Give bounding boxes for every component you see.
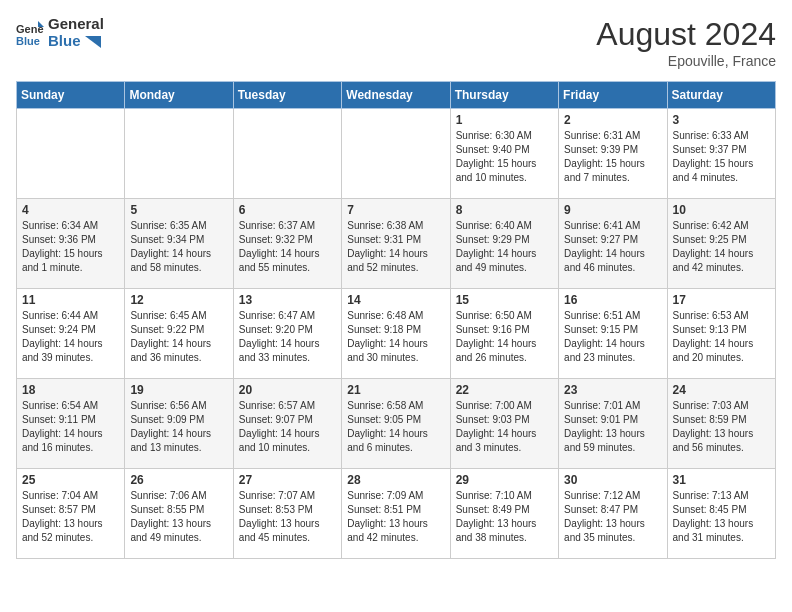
header-wednesday: Wednesday bbox=[342, 82, 450, 109]
day-cell: 2Sunrise: 6:31 AM Sunset: 9:39 PM Daylig… bbox=[559, 109, 667, 199]
header-friday: Friday bbox=[559, 82, 667, 109]
day-cell: 16Sunrise: 6:51 AM Sunset: 9:15 PM Dayli… bbox=[559, 289, 667, 379]
day-cell: 7Sunrise: 6:38 AM Sunset: 9:31 PM Daylig… bbox=[342, 199, 450, 289]
day-cell: 1Sunrise: 6:30 AM Sunset: 9:40 PM Daylig… bbox=[450, 109, 558, 199]
day-number: 8 bbox=[456, 203, 553, 217]
title-block: August 2024 Epouville, France bbox=[596, 16, 776, 69]
week-row-3: 18Sunrise: 6:54 AM Sunset: 9:11 PM Dayli… bbox=[17, 379, 776, 469]
day-number: 11 bbox=[22, 293, 119, 307]
day-number: 28 bbox=[347, 473, 444, 487]
day-number: 24 bbox=[673, 383, 770, 397]
day-cell: 21Sunrise: 6:58 AM Sunset: 9:05 PM Dayli… bbox=[342, 379, 450, 469]
day-cell: 5Sunrise: 6:35 AM Sunset: 9:34 PM Daylig… bbox=[125, 199, 233, 289]
day-number: 25 bbox=[22, 473, 119, 487]
day-cell: 18Sunrise: 6:54 AM Sunset: 9:11 PM Dayli… bbox=[17, 379, 125, 469]
day-cell: 22Sunrise: 7:00 AM Sunset: 9:03 PM Dayli… bbox=[450, 379, 558, 469]
day-cell: 20Sunrise: 6:57 AM Sunset: 9:07 PM Dayli… bbox=[233, 379, 341, 469]
day-info: Sunrise: 6:44 AM Sunset: 9:24 PM Dayligh… bbox=[22, 309, 119, 365]
day-number: 12 bbox=[130, 293, 227, 307]
day-info: Sunrise: 6:40 AM Sunset: 9:29 PM Dayligh… bbox=[456, 219, 553, 275]
day-number: 21 bbox=[347, 383, 444, 397]
day-number: 6 bbox=[239, 203, 336, 217]
day-info: Sunrise: 7:03 AM Sunset: 8:59 PM Dayligh… bbox=[673, 399, 770, 455]
day-cell bbox=[125, 109, 233, 199]
logo: General Blue General Blue General Blue bbox=[16, 16, 104, 49]
week-row-1: 4Sunrise: 6:34 AM Sunset: 9:36 PM Daylig… bbox=[17, 199, 776, 289]
day-cell: 8Sunrise: 6:40 AM Sunset: 9:29 PM Daylig… bbox=[450, 199, 558, 289]
day-number: 4 bbox=[22, 203, 119, 217]
day-info: Sunrise: 6:53 AM Sunset: 9:13 PM Dayligh… bbox=[673, 309, 770, 365]
day-info: Sunrise: 6:30 AM Sunset: 9:40 PM Dayligh… bbox=[456, 129, 553, 185]
day-info: Sunrise: 6:58 AM Sunset: 9:05 PM Dayligh… bbox=[347, 399, 444, 455]
day-info: Sunrise: 6:33 AM Sunset: 9:37 PM Dayligh… bbox=[673, 129, 770, 185]
day-info: Sunrise: 6:34 AM Sunset: 9:36 PM Dayligh… bbox=[22, 219, 119, 275]
day-number: 1 bbox=[456, 113, 553, 127]
calendar-body: 1Sunrise: 6:30 AM Sunset: 9:40 PM Daylig… bbox=[17, 109, 776, 559]
day-info: Sunrise: 6:57 AM Sunset: 9:07 PM Dayligh… bbox=[239, 399, 336, 455]
day-cell: 24Sunrise: 7:03 AM Sunset: 8:59 PM Dayli… bbox=[667, 379, 775, 469]
day-info: Sunrise: 7:06 AM Sunset: 8:55 PM Dayligh… bbox=[130, 489, 227, 545]
day-number: 15 bbox=[456, 293, 553, 307]
logo-general-label: General bbox=[48, 16, 104, 33]
day-info: Sunrise: 7:12 AM Sunset: 8:47 PM Dayligh… bbox=[564, 489, 661, 545]
day-number: 7 bbox=[347, 203, 444, 217]
day-number: 26 bbox=[130, 473, 227, 487]
day-info: Sunrise: 6:50 AM Sunset: 9:16 PM Dayligh… bbox=[456, 309, 553, 365]
header-monday: Monday bbox=[125, 82, 233, 109]
day-number: 22 bbox=[456, 383, 553, 397]
day-number: 31 bbox=[673, 473, 770, 487]
day-cell: 28Sunrise: 7:09 AM Sunset: 8:51 PM Dayli… bbox=[342, 469, 450, 559]
header-tuesday: Tuesday bbox=[233, 82, 341, 109]
day-info: Sunrise: 6:54 AM Sunset: 9:11 PM Dayligh… bbox=[22, 399, 119, 455]
day-number: 14 bbox=[347, 293, 444, 307]
day-cell: 31Sunrise: 7:13 AM Sunset: 8:45 PM Dayli… bbox=[667, 469, 775, 559]
logo-chevron bbox=[85, 36, 101, 48]
day-number: 3 bbox=[673, 113, 770, 127]
day-info: Sunrise: 7:00 AM Sunset: 9:03 PM Dayligh… bbox=[456, 399, 553, 455]
calendar-header: Sunday Monday Tuesday Wednesday Thursday… bbox=[17, 82, 776, 109]
logo-icon: General Blue bbox=[16, 19, 44, 47]
day-cell: 14Sunrise: 6:48 AM Sunset: 9:18 PM Dayli… bbox=[342, 289, 450, 379]
day-cell: 12Sunrise: 6:45 AM Sunset: 9:22 PM Dayli… bbox=[125, 289, 233, 379]
location: Epouville, France bbox=[596, 53, 776, 69]
day-info: Sunrise: 6:35 AM Sunset: 9:34 PM Dayligh… bbox=[130, 219, 227, 275]
header-saturday: Saturday bbox=[667, 82, 775, 109]
day-info: Sunrise: 6:38 AM Sunset: 9:31 PM Dayligh… bbox=[347, 219, 444, 275]
day-cell bbox=[233, 109, 341, 199]
svg-marker-4 bbox=[85, 36, 101, 48]
day-number: 19 bbox=[130, 383, 227, 397]
day-cell: 23Sunrise: 7:01 AM Sunset: 9:01 PM Dayli… bbox=[559, 379, 667, 469]
day-info: Sunrise: 6:48 AM Sunset: 9:18 PM Dayligh… bbox=[347, 309, 444, 365]
calendar-table: Sunday Monday Tuesday Wednesday Thursday… bbox=[16, 81, 776, 559]
day-info: Sunrise: 7:09 AM Sunset: 8:51 PM Dayligh… bbox=[347, 489, 444, 545]
day-number: 16 bbox=[564, 293, 661, 307]
day-cell bbox=[17, 109, 125, 199]
day-info: Sunrise: 6:47 AM Sunset: 9:20 PM Dayligh… bbox=[239, 309, 336, 365]
day-cell bbox=[342, 109, 450, 199]
day-cell: 6Sunrise: 6:37 AM Sunset: 9:32 PM Daylig… bbox=[233, 199, 341, 289]
day-info: Sunrise: 6:45 AM Sunset: 9:22 PM Dayligh… bbox=[130, 309, 227, 365]
day-info: Sunrise: 6:56 AM Sunset: 9:09 PM Dayligh… bbox=[130, 399, 227, 455]
day-number: 17 bbox=[673, 293, 770, 307]
day-number: 10 bbox=[673, 203, 770, 217]
week-row-0: 1Sunrise: 6:30 AM Sunset: 9:40 PM Daylig… bbox=[17, 109, 776, 199]
day-cell: 15Sunrise: 6:50 AM Sunset: 9:16 PM Dayli… bbox=[450, 289, 558, 379]
page-header: General Blue General Blue General Blue A… bbox=[16, 16, 776, 69]
day-cell: 29Sunrise: 7:10 AM Sunset: 8:49 PM Dayli… bbox=[450, 469, 558, 559]
month-title: August 2024 bbox=[596, 16, 776, 53]
day-cell: 25Sunrise: 7:04 AM Sunset: 8:57 PM Dayli… bbox=[17, 469, 125, 559]
day-cell: 30Sunrise: 7:12 AM Sunset: 8:47 PM Dayli… bbox=[559, 469, 667, 559]
day-info: Sunrise: 6:31 AM Sunset: 9:39 PM Dayligh… bbox=[564, 129, 661, 185]
day-cell: 27Sunrise: 7:07 AM Sunset: 8:53 PM Dayli… bbox=[233, 469, 341, 559]
week-row-2: 11Sunrise: 6:44 AM Sunset: 9:24 PM Dayli… bbox=[17, 289, 776, 379]
day-number: 13 bbox=[239, 293, 336, 307]
day-info: Sunrise: 7:04 AM Sunset: 8:57 PM Dayligh… bbox=[22, 489, 119, 545]
day-info: Sunrise: 6:41 AM Sunset: 9:27 PM Dayligh… bbox=[564, 219, 661, 275]
day-number: 2 bbox=[564, 113, 661, 127]
day-info: Sunrise: 7:07 AM Sunset: 8:53 PM Dayligh… bbox=[239, 489, 336, 545]
day-cell: 13Sunrise: 6:47 AM Sunset: 9:20 PM Dayli… bbox=[233, 289, 341, 379]
day-cell: 9Sunrise: 6:41 AM Sunset: 9:27 PM Daylig… bbox=[559, 199, 667, 289]
day-number: 18 bbox=[22, 383, 119, 397]
day-number: 9 bbox=[564, 203, 661, 217]
day-cell: 3Sunrise: 6:33 AM Sunset: 9:37 PM Daylig… bbox=[667, 109, 775, 199]
